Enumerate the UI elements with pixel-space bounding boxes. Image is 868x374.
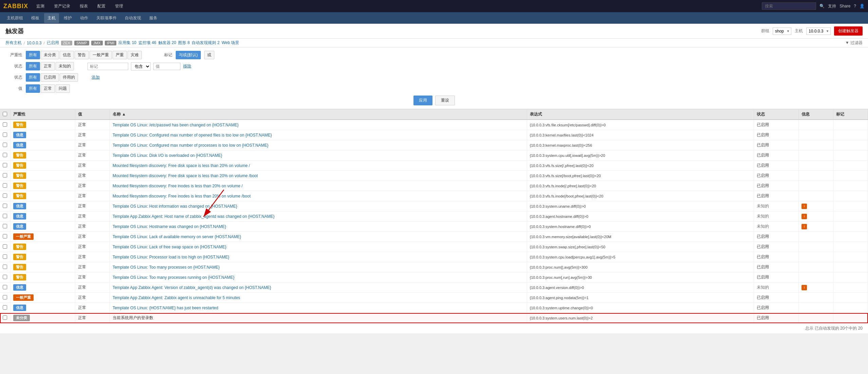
row-checkbox[interactable]: [3, 224, 7, 228]
create-trigger-button[interactable]: 创建触发器: [834, 26, 863, 36]
user-icon[interactable]: 👤: [860, 4, 865, 8]
state-enabled[interactable]: 已启用: [41, 73, 59, 82]
trigger-name-link[interactable]: Template OS Linux: Too many processes on…: [113, 265, 220, 270]
trigger-name-link[interactable]: Template OS Linux: Host information was …: [113, 204, 237, 209]
severity-warning[interactable]: 警告: [75, 51, 89, 59]
apply-button[interactable]: 应用: [413, 96, 432, 105]
status-unknown[interactable]: 未知的: [56, 62, 74, 70]
row-checkbox[interactable]: [3, 183, 7, 188]
nav-assets[interactable]: 资产记录: [53, 1, 72, 11]
breadcrumb-triggers[interactable]: 触发器 20: [158, 40, 176, 46]
row-checkbox[interactable]: [3, 214, 7, 218]
status-normal[interactable]: 正常: [41, 62, 55, 70]
breadcrumb-tag-ipmi[interactable]: IPMI: [105, 41, 117, 45]
row-checkbox[interactable]: [3, 315, 7, 320]
severity-high[interactable]: 严重: [113, 51, 127, 59]
nav-monitor[interactable]: 监测: [35, 1, 46, 11]
breadcrumb-monitors[interactable]: 监控项 46: [138, 40, 156, 46]
value-normal[interactable]: 正常: [41, 84, 55, 93]
trigger-name-link[interactable]: Template OS Linux: Configured max number…: [113, 133, 272, 138]
row-checkbox[interactable]: [3, 153, 7, 157]
info-icon[interactable]: i: [802, 285, 807, 290]
select-all-checkbox[interactable]: [3, 112, 7, 116]
subnav-actions[interactable]: 动作: [77, 13, 92, 23]
subnav-templates[interactable]: 模板: [28, 13, 43, 23]
row-checkbox[interactable]: [3, 193, 7, 198]
row-checkbox[interactable]: [3, 163, 7, 167]
help-icon[interactable]: ?: [854, 4, 856, 8]
breadcrumb-web[interactable]: Web 场景: [221, 40, 239, 46]
breadcrumb-tag-jmx[interactable]: JMX: [91, 41, 103, 45]
state-disabled[interactable]: 停用的: [60, 73, 78, 82]
tag-value-input[interactable]: [153, 63, 180, 70]
subnav-discovery[interactable]: 自动发现: [121, 13, 144, 23]
severity-unclassified[interactable]: 未分类: [41, 51, 59, 59]
row-checkbox[interactable]: [3, 275, 7, 279]
nav-config[interactable]: 配置: [96, 1, 107, 11]
tag-name-input[interactable]: [88, 63, 128, 70]
trigger-name-link[interactable]: Template OS Linux: {HOST.NAME} has just …: [113, 306, 218, 310]
nav-reports[interactable]: 报表: [78, 1, 89, 11]
row-checkbox[interactable]: [3, 234, 7, 238]
add-tag-link[interactable]: 添加: [92, 75, 100, 80]
nav-admin[interactable]: 管理: [114, 1, 124, 11]
breadcrumb-all-hosts[interactable]: 所有主机: [5, 40, 22, 46]
filter-icon[interactable]: ▼ 过滤器: [845, 40, 863, 46]
trigger-name-link[interactable]: Mounted filesystem discovery: Free inode…: [113, 184, 243, 188]
breadcrumb-host[interactable]: 10.0.0.3: [27, 41, 41, 45]
remove-tag-link[interactable]: 移除: [183, 63, 191, 69]
trigger-name-link[interactable]: Template OS Linux: Disk I/O is overloade…: [113, 153, 222, 158]
value-problem[interactable]: 问题: [56, 84, 70, 93]
tag-or[interactable]: 或: [204, 51, 214, 59]
trigger-name-link[interactable]: Mounted filesystem discovery: Free disk …: [113, 173, 258, 178]
trigger-name-link[interactable]: Mounted filesystem discovery: Free disk …: [113, 163, 250, 168]
subnav-hostgroup[interactable]: 主机群组: [3, 13, 26, 23]
search-input[interactable]: [762, 2, 816, 10]
trigger-name-link[interactable]: Template OS Linux: /etc/passwd has been …: [113, 123, 239, 127]
trigger-name-link[interactable]: Mounted filesystem discovery: Free inode…: [113, 194, 251, 199]
breadcrumb-graphs[interactable]: 图形 8: [178, 40, 190, 46]
info-icon[interactable]: i: [802, 214, 807, 219]
row-checkbox[interactable]: [3, 254, 7, 259]
value-all[interactable]: 所有: [26, 84, 40, 93]
row-checkbox[interactable]: [3, 285, 7, 289]
breadcrumb-enabled[interactable]: 已启用: [47, 40, 59, 46]
severity-info[interactable]: 信息: [60, 51, 74, 59]
breadcrumb-tag-snmp[interactable]: SNMP: [74, 41, 89, 45]
trigger-name-link[interactable]: Template App Zabbix Agent: Host name of …: [113, 214, 275, 219]
breadcrumb-apps[interactable]: 应用集 10: [118, 40, 136, 46]
status-all[interactable]: 所有: [26, 62, 40, 70]
row-checkbox[interactable]: [3, 173, 7, 178]
trigger-name-link[interactable]: Template OS Linux: Lack of available mem…: [113, 234, 241, 239]
subnav-services[interactable]: 服务: [146, 13, 161, 23]
severity-disaster[interactable]: 灾难: [128, 51, 142, 59]
group-select[interactable]: shop: [773, 27, 791, 35]
trigger-name-link[interactable]: Template OS Linux: Lack of free swap spa…: [113, 245, 227, 249]
state-all[interactable]: 所有: [26, 73, 40, 82]
breadcrumb-tag-zex[interactable]: ZEX: [61, 41, 72, 45]
header-name[interactable]: 名称 ▲: [110, 109, 527, 120]
support-link[interactable]: 支持: [828, 3, 836, 9]
row-checkbox[interactable]: [3, 295, 7, 299]
tag-condition-select[interactable]: 包含 等于: [131, 62, 151, 70]
row-checkbox[interactable]: [3, 305, 7, 310]
header-checkbox[interactable]: [0, 109, 10, 120]
info-icon[interactable]: i: [802, 224, 807, 229]
row-checkbox[interactable]: [3, 265, 7, 269]
row-checkbox[interactable]: [3, 244, 7, 249]
subnav-correlation[interactable]: 关联项事件: [93, 13, 120, 23]
search-icon[interactable]: 🔍: [819, 4, 825, 8]
trigger-name-link[interactable]: Template OS Linux: Processor load is too…: [113, 255, 229, 259]
trigger-name-link[interactable]: Template OS Linux: Configured max number…: [113, 143, 269, 148]
subnav-hosts[interactable]: 主机: [44, 13, 59, 23]
trigger-name-link[interactable]: Template OS Linux: Hostname was changed …: [113, 224, 226, 229]
row-checkbox[interactable]: [3, 132, 7, 137]
row-checkbox[interactable]: [3, 122, 7, 127]
breadcrumb-discovery[interactable]: 自动发现规则 2: [192, 40, 219, 46]
trigger-name-link[interactable]: Template App Zabbix Agent: Version of za…: [113, 285, 271, 290]
trigger-name-link[interactable]: Template App Zabbix Agent: Zabbix agent …: [113, 295, 240, 300]
row-checkbox[interactable]: [3, 143, 7, 147]
info-icon[interactable]: i: [802, 204, 807, 209]
subnav-maintenance[interactable]: 维护: [60, 13, 75, 23]
tag-and-or[interactable]: 与或(默认): [176, 51, 201, 59]
